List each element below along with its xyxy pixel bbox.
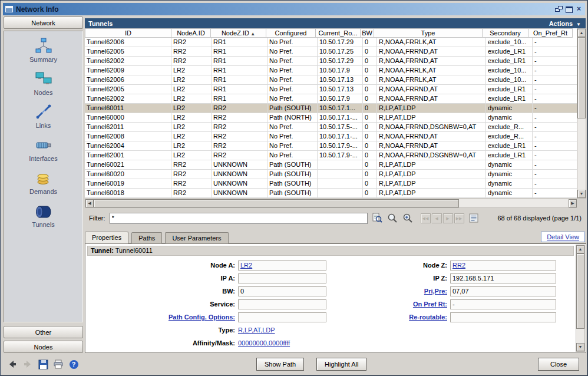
sidebar-item-summary[interactable]: Summary	[4, 37, 82, 63]
table-cell: Path (SOUTH)	[267, 104, 318, 113]
links-icon	[35, 103, 52, 121]
table-vertical-scrollbar[interactable]: ▲ ▼	[577, 28, 586, 199]
filter-input[interactable]	[110, 213, 368, 224]
sidebar-item-demands[interactable]: Demands	[4, 169, 82, 195]
sidebar-header-network[interactable]: Network	[4, 17, 83, 29]
table-row[interactable]: Tunnel62006RR2RR1No Pref.10.50.17.290R,N…	[85, 38, 577, 47]
field-value-box[interactable]: 07,07	[450, 286, 556, 296]
close-button[interactable]: Close	[538, 358, 579, 371]
sidebar-section-other[interactable]: Other	[4, 326, 83, 338]
table-row[interactable]: Tunnel60018RR2UNKNOWNPath (SOUTH)0R,LP,A…	[85, 189, 577, 198]
field-value-box[interactable]	[450, 312, 556, 322]
sidebar-item-links[interactable]: Links	[4, 103, 82, 129]
field-value[interactable]: 00000000,0000ffff	[238, 339, 290, 347]
detach-window-icon[interactable]	[554, 5, 563, 13]
first-page-icon[interactable]: ◀◀	[421, 213, 431, 223]
last-page-icon[interactable]: ▶▶	[454, 213, 464, 223]
table-row[interactable]: Tunnel62004LR2RR2No Pref.10.50.17.9-...0…	[85, 141, 577, 151]
field-label: IP A:	[88, 275, 238, 282]
properties-scrollbar[interactable]: ▲ ▼	[576, 245, 585, 352]
field-value-box[interactable]	[238, 312, 326, 322]
field-value-box[interactable]: RR2	[450, 260, 556, 271]
scroll-left-icon[interactable]: ◀	[85, 199, 94, 207]
sidebar-item-nodes[interactable]: Nodes	[4, 70, 82, 96]
tab-paths[interactable]: Paths	[131, 232, 162, 243]
scroll-up-icon[interactable]: ▲	[577, 29, 586, 37]
table-row[interactable]: Tunnel60021RR2UNKNOWNPath (SOUTH)0R,LP,A…	[85, 160, 577, 170]
table-row[interactable]: Tunnel60011LR2RR2Path (SOUTH)10.50.17.1.…	[85, 104, 577, 113]
show-path-button[interactable]: Show Path	[256, 358, 304, 371]
save-icon[interactable]	[38, 359, 48, 370]
table-cell: -	[533, 66, 577, 75]
detail-view-button[interactable]: Detail View	[541, 232, 585, 242]
field-value[interactable]: R,LP,AT,LDP	[238, 326, 275, 334]
table-row[interactable]: Tunnel62002RR2RR1No Pref.10.50.17.290R,N…	[85, 57, 577, 66]
column-header[interactable]: BW	[360, 28, 374, 38]
zoom-in-icon[interactable]	[402, 213, 414, 223]
field-value-box[interactable]: 0	[238, 286, 326, 296]
tunnels-panel-header: Tunnels Actions ▼	[85, 18, 586, 28]
table-row[interactable]: Tunnel62005RR2RR1No Pref.10.50.17.250R,N…	[85, 47, 577, 57]
scroll-thumb[interactable]	[576, 253, 584, 329]
highlight-all-button[interactable]: Highlight All	[316, 358, 366, 371]
table-row[interactable]: Tunnel62005LR2RR1No Pref.10.50.17.130R,N…	[85, 85, 577, 94]
filter-search-icon[interactable]	[371, 213, 383, 223]
column-header[interactable]: Configured	[266, 28, 316, 38]
sidebar-item-tunnels[interactable]: Tunnels	[4, 202, 82, 228]
help-icon[interactable]: ?	[68, 359, 79, 370]
table-row[interactable]: Tunnel62008LR2RR2No Pref.10.50.17.1-...0…	[85, 132, 577, 141]
column-header[interactable]: NodeZ.ID ▲	[210, 28, 266, 38]
column-header[interactable]: NodeA.ID	[171, 28, 211, 38]
field-value-box[interactable]: LR2	[238, 260, 326, 271]
field-value-box[interactable]	[238, 299, 326, 309]
table-row[interactable]: Tunnel60020RR2UNKNOWNPath (SOUTH)0R,LP,A…	[85, 170, 577, 179]
field-label[interactable]: Pri,Pre:	[332, 288, 450, 295]
page-list-icon[interactable]	[468, 213, 480, 223]
tab-user-parameters[interactable]: User Parameters	[165, 232, 228, 243]
table-row[interactable]: Tunnel60019RR2UNKNOWNPath (SOUTH)0R,LP,A…	[85, 179, 577, 189]
back-icon[interactable]	[7, 359, 18, 370]
actions-menu-button[interactable]: Actions ▼	[549, 20, 586, 27]
forward-icon[interactable]	[22, 359, 33, 370]
table-cell: dynamic	[486, 170, 533, 179]
table-row[interactable]: Tunnel62011LR2RR2No Pref.10.50.17.5-...0…	[85, 123, 577, 132]
table-horizontal-scrollbar[interactable]: ◀ ▶	[85, 199, 577, 208]
table-cell: exclude_10...	[486, 66, 533, 75]
table-cell: RR2	[171, 47, 212, 57]
zoom-icon[interactable]	[387, 213, 398, 223]
sidebar-section-nodes[interactable]: Nodes	[4, 341, 83, 353]
prev-page-icon[interactable]: ◀	[432, 213, 442, 223]
field-label[interactable]: Re-routable:	[332, 314, 450, 321]
scroll-thumb[interactable]	[577, 37, 586, 118]
column-header[interactable]: ID	[85, 28, 171, 38]
field-value-box[interactable]: -	[450, 299, 556, 309]
column-header[interactable]: Type	[374, 28, 483, 38]
column-header[interactable]: Current_Ro...	[315, 28, 361, 38]
table-row[interactable]: Tunnel62001LR2RR2No Pref.10.50.17.9-...0…	[85, 151, 577, 160]
table-row[interactable]: Tunnel62002LR2RR1No Pref.10.50.17.90R,NO…	[85, 94, 577, 104]
sidebar-item-interfaces[interactable]: Interfaces	[4, 136, 82, 162]
next-page-icon[interactable]: ▶	[443, 213, 453, 223]
scroll-up-icon[interactable]: ▲	[576, 245, 584, 253]
field-label[interactable]: Path Config. Options:	[88, 314, 238, 321]
scroll-thumb[interactable]	[94, 199, 459, 207]
table-row[interactable]: Tunnel62006LR2RR1No Pref.10.50.17.130R,N…	[85, 75, 577, 85]
column-header[interactable]: On_Pref_Rt	[528, 28, 573, 38]
scroll-down-icon[interactable]: ▼	[577, 190, 586, 198]
table-row[interactable]: Tunnel60000LR2RR2Path (NORTH)10.50.17.1-…	[85, 113, 577, 123]
tab-properties[interactable]: Properties	[85, 232, 128, 243]
table-cell: exclude_LR1	[486, 94, 533, 104]
titlebar[interactable]: Network Info ×	[3, 3, 585, 15]
scroll-down-icon[interactable]: ▼	[576, 343, 584, 351]
column-header[interactable]: Secondary	[482, 28, 528, 38]
scroll-right-icon[interactable]: ▶	[569, 199, 577, 207]
field-label: Service:	[88, 301, 238, 308]
maximize-icon[interactable]	[566, 6, 573, 13]
field-value-box[interactable]	[238, 273, 326, 283]
table-cell: 0	[363, 94, 377, 104]
print-icon[interactable]	[53, 359, 64, 370]
field-label[interactable]: On Pref Rt:	[332, 301, 450, 308]
field-value-box[interactable]: 192.168.5.171	[450, 273, 556, 283]
close-window-icon[interactable]: ×	[575, 5, 583, 13]
table-row[interactable]: Tunnel62009LR2RR1No Pref.10.50.17.90R,NO…	[85, 66, 577, 75]
